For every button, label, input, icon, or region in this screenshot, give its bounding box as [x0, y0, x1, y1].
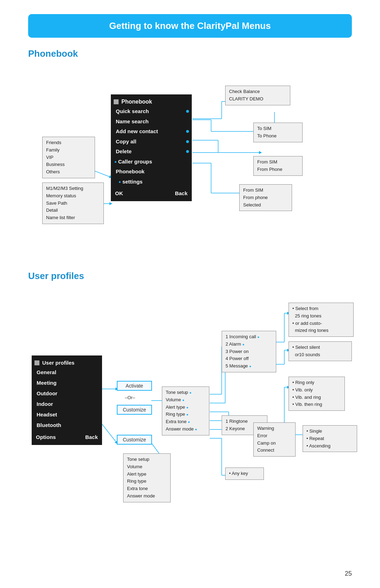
menu-item-general[interactable]: General	[32, 367, 102, 378]
user-profiles-menu-header: User profiles	[32, 358, 102, 367]
or-label: –Or–	[125, 395, 135, 400]
menu-item-caller-groups[interactable]: ●Caller groups	[111, 157, 192, 167]
check-balance-box: Check BalanceCLARITY DEMO	[225, 86, 290, 105]
menu-item-settings-dot[interactable]: ●settings	[111, 177, 192, 187]
user-menu-icon	[34, 360, 39, 365]
from-sim-selected-box: From SIMFrom phoneSelected	[239, 184, 292, 211]
to-sim-box: To SIMTo Phone	[253, 123, 303, 142]
customize2-box[interactable]: Customize	[117, 435, 152, 445]
phonebook-section-title: Phonebook	[28, 48, 380, 59]
friends-box: FriendsFamilyVIPBusinessOthers	[42, 137, 95, 178]
warning-box: Warning Error Camp on Connect	[253, 422, 296, 457]
phonebook-menu-footer: OK Back	[111, 188, 192, 198]
menu-item-delete[interactable]: Delete	[111, 147, 192, 157]
activate-box[interactable]: Activate	[117, 381, 152, 391]
single-repeat-box: • Single • Repeat • Ascending	[303, 425, 357, 452]
silent-box: • Select silent or10 sounds	[289, 341, 352, 361]
menu-item-indoor[interactable]: Indoor	[32, 399, 102, 409]
from-sim-phone-text: From SIMFrom Phone	[257, 159, 283, 172]
phonebook-section: FriendsFamilyVIPBusinessOthers M1/M2/M3 …	[21, 66, 359, 249]
tone-setup-box2: Tone setup Volume Alert type Ring type E…	[123, 453, 171, 502]
activate-label: Activate	[126, 383, 143, 389]
footer-ok[interactable]: OK	[115, 190, 123, 196]
incoming-calls-box: 1 Incoming call ● 2 Alarm ● 3 Power on 4…	[222, 331, 276, 372]
customize2-label: Customize	[123, 437, 146, 442]
any-key-box: • Any key	[225, 468, 264, 480]
from-sim-phone-box: From SIMFrom Phone	[253, 156, 303, 176]
to-sim-text: To SIMTo Phone	[257, 126, 277, 138]
menu-item-bluetooth[interactable]: Bluetooth	[32, 420, 102, 431]
ring-tones-text: • Select from 25 ring tones • or add cus…	[292, 306, 329, 333]
customize1-box[interactable]: Customize	[117, 405, 152, 415]
check-balance-text: Check BalanceCLARITY DEMO	[229, 89, 263, 101]
ringtone-text: 1 Ringtone 2 Keyone	[226, 419, 248, 431]
ring-only-box: • Ring only • Vib. only • Vib. and ring …	[289, 377, 345, 411]
svg-line-16	[102, 424, 117, 443]
m1m2m3-box-text: M1/M2/M3 SettingMemory statusSave PathDe…	[46, 186, 83, 220]
m1m2m3-box: M1/M2/M3 SettingMemory statusSave PathDe…	[42, 182, 104, 224]
phonebook-menu: Phonebook Quick search Name search Add n…	[111, 94, 192, 201]
user-profiles-menu: User profiles General Meeting Outdoor In…	[32, 355, 102, 445]
footer-back-up[interactable]: Back	[85, 434, 98, 440]
footer-options[interactable]: Options	[36, 434, 56, 440]
menu-item-add-contact[interactable]: Add new contact	[111, 126, 192, 137]
menu-item-quick-search[interactable]: Quick search	[111, 106, 192, 117]
menu-item-outdoor[interactable]: Outdoor	[32, 388, 102, 399]
tone-setup-box1: Tone setup ● Volume ● Alert type ● Ring …	[162, 386, 209, 435]
phonebook-menu-header: Phonebook	[111, 97, 192, 106]
menu-item-headset[interactable]: Headset	[32, 409, 102, 420]
user-profiles-menu-footer: Options Back	[32, 432, 102, 442]
menu-item-meeting[interactable]: Meeting	[32, 378, 102, 388]
warning-text: Warning Error Camp on Connect	[257, 426, 276, 453]
single-repeat-text: • Single • Repeat • Ascending	[306, 428, 330, 448]
user-profiles-section-title: User profiles	[28, 271, 380, 281]
menu-item-copy-all[interactable]: Copy all	[111, 137, 192, 147]
menu-item-phonebook-settings[interactable]: Phonebook	[111, 167, 192, 177]
ring-only-text: • Ring only • Vib. only • Vib. and ring …	[292, 380, 322, 407]
friends-box-text: FriendsFamilyVIPBusinessOthers	[46, 140, 65, 174]
page-title: Getting to know the ClarityPal Menus	[35, 20, 345, 31]
ring-tones-box: • Select from 25 ring tones • or add cus…	[289, 303, 354, 337]
customize1-label: Customize	[123, 407, 146, 413]
phonebook-menu-title: Phonebook	[121, 99, 152, 105]
tone-setup-box2-text: Tone setup Volume Alert type Ring type E…	[127, 457, 155, 499]
header-bar: Getting to know the ClarityPal Menus	[28, 14, 352, 38]
incoming-calls-text: 1 Incoming call ● 2 Alarm ● 3 Power on 4…	[226, 334, 259, 369]
from-sim-selected-text: From SIMFrom phoneSelected	[243, 187, 268, 208]
menu-icon	[114, 99, 119, 104]
any-key-text: • Any key	[229, 471, 248, 476]
page-number: 25	[345, 570, 352, 577]
user-profiles-menu-title: User profiles	[42, 360, 75, 366]
silent-text: • Select silent or10 sounds	[292, 345, 320, 357]
menu-item-name-search[interactable]: Name search	[111, 117, 192, 127]
footer-back[interactable]: Back	[175, 190, 188, 196]
user-profiles-section: User profiles General Meeting Outdoor In…	[21, 289, 359, 556]
